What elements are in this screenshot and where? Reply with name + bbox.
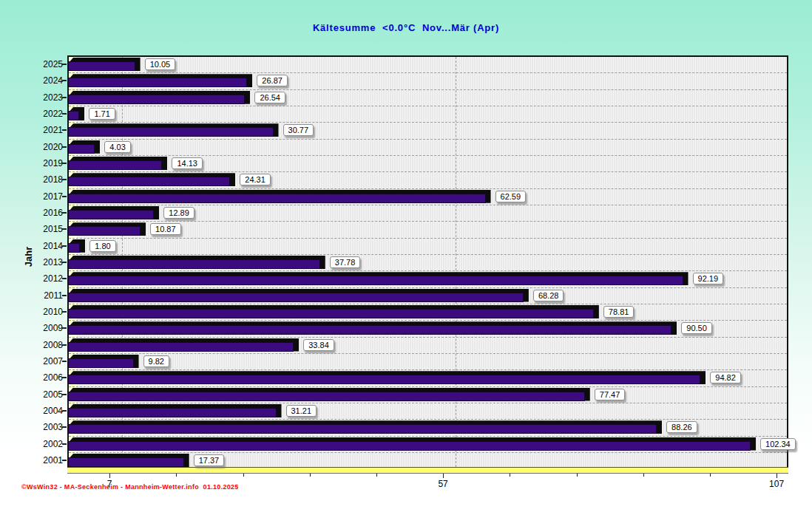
gridline-horizontal [69, 122, 787, 123]
bar-2009 [68, 321, 677, 335]
y-axis-tick [62, 394, 67, 395]
bar-value-label: 1.71 [89, 108, 115, 120]
gridline-horizontal [69, 238, 787, 239]
bar-front-face [68, 441, 751, 451]
bar-value-label: 88.26 [666, 421, 697, 433]
y-axis-tick [62, 426, 67, 428]
bar-value-label: 24.31 [240, 174, 271, 185]
gridline-horizontal [69, 106, 787, 106]
bar-front-face [68, 276, 683, 285]
year-label: 2025 [18, 59, 63, 69]
gridline-horizontal [69, 89, 787, 90]
year-label: 2017 [18, 191, 63, 202]
year-label: 2011 [18, 290, 63, 301]
bar-value-label: 12.89 [163, 207, 194, 219]
x-axis-tick-label: 57 [424, 479, 461, 489]
bar-2001 [68, 454, 189, 467]
bar-2021 [68, 123, 279, 137]
gridline-horizontal [69, 419, 787, 420]
y-axis-tick [62, 129, 67, 131]
x-axis-major-tick [443, 474, 444, 478]
bar-front-face [68, 177, 230, 186]
bar-front-face [68, 144, 95, 154]
gridline-horizontal [69, 188, 787, 189]
gridline-horizontal [69, 353, 787, 354]
footer-credit: ©WsWin32 - MA-Seckenheim - Mannheim-Wett… [21, 483, 239, 491]
bar-front-face [68, 424, 657, 434]
bar-value-label: 94.82 [710, 372, 741, 383]
y-axis-tick [62, 278, 67, 279]
bar-front-face [68, 342, 294, 352]
x-axis-tick-label: 107 [758, 479, 795, 489]
axis-floor-3d [67, 467, 788, 474]
x-axis-tick-label: 7 [91, 479, 128, 489]
gridline-horizontal [69, 320, 787, 321]
x-axis-minor-tick [176, 474, 177, 477]
bar-value-label: 26.54 [254, 92, 285, 103]
bar-2024 [68, 74, 252, 87]
x-axis-minor-tick [710, 474, 711, 477]
year-label: 2019 [18, 158, 63, 168]
y-axis-tick [62, 295, 67, 296]
bar-2015 [68, 222, 146, 236]
gridline-horizontal [69, 337, 787, 338]
year-label: 2024 [18, 75, 63, 86]
bar-front-face [68, 325, 671, 335]
year-label: 2015 [18, 224, 63, 234]
bar-2002 [68, 437, 756, 451]
year-label: 2007 [18, 356, 63, 366]
bar-2013 [68, 256, 325, 269]
year-label: 2009 [18, 323, 63, 333]
year-label: 2016 [18, 208, 63, 218]
year-label: 2008 [18, 340, 63, 350]
bar-value-label: 14.13 [172, 157, 203, 169]
gridline-horizontal [69, 205, 787, 205]
year-label: 2013 [18, 257, 63, 267]
year-label: 2021 [18, 125, 63, 135]
bar-front-face [68, 392, 585, 401]
bar-front-face [68, 243, 80, 253]
gridline-horizontal [69, 155, 787, 156]
year-label: 2018 [18, 174, 63, 185]
bar-front-face [68, 61, 135, 71]
y-axis-tick [62, 262, 67, 263]
year-label: 2002 [18, 439, 63, 449]
y-axis-tick [62, 64, 67, 65]
chart-canvas: Kältesumme <0.0°C Nov...Mär (Apr) Jahr ©… [0, 0, 812, 515]
plot-right-border [787, 55, 788, 467]
bar-value-label: 92.19 [693, 273, 724, 284]
y-axis-tick [62, 361, 67, 362]
y-axis-tick [62, 163, 67, 164]
year-label: 2014 [18, 241, 63, 251]
bar-2005 [68, 388, 590, 401]
bar-2003 [68, 420, 662, 434]
bar-front-face [68, 358, 134, 368]
bar-2020 [68, 140, 100, 154]
x-axis-minor-tick [243, 474, 244, 477]
y-axis-tick [62, 311, 67, 313]
gridline-horizontal [69, 452, 787, 453]
year-label: 2005 [18, 389, 63, 400]
bar-2018 [68, 173, 235, 186]
bar-2008 [68, 338, 299, 352]
gridline-horizontal [69, 72, 787, 73]
bar-2006 [68, 371, 706, 384]
bar-2004 [68, 404, 282, 417]
x-axis-minor-tick [510, 474, 510, 477]
bar-front-face [68, 210, 154, 219]
bar-value-label: 31.21 [286, 405, 317, 417]
bar-front-face [68, 111, 79, 120]
y-axis-tick [62, 212, 67, 214]
x-axis-major-tick [777, 474, 777, 478]
bar-2014 [68, 239, 85, 253]
bar-2025 [68, 58, 141, 71]
bar-value-label: 9.82 [143, 355, 169, 367]
y-axis-tick [62, 196, 67, 197]
bar-value-label: 17.37 [194, 454, 225, 466]
bar-2007 [68, 355, 139, 368]
bar-value-label: 102.34 [760, 438, 796, 450]
bar-value-label: 1.80 [89, 240, 115, 252]
y-axis-tick [62, 245, 67, 247]
y-axis-tick [62, 146, 67, 148]
bar-2011 [68, 289, 529, 302]
